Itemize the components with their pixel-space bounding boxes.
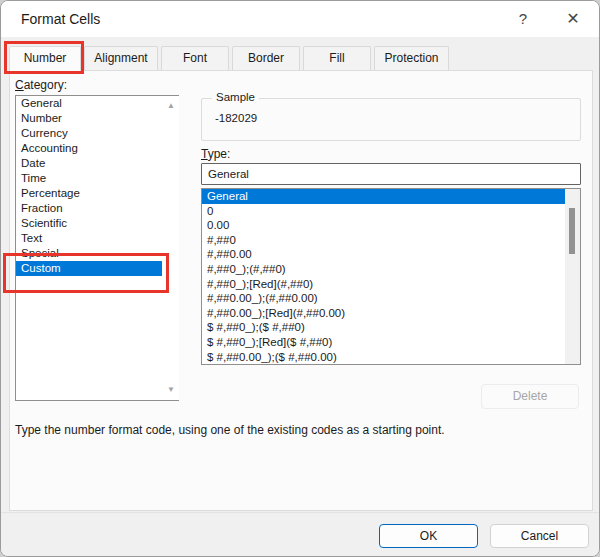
type-item[interactable]: #,##0_);[Red](#,##0) (202, 277, 580, 292)
delete-button[interactable]: Delete (481, 384, 579, 409)
close-icon[interactable]: ✕ (557, 1, 589, 37)
sample-group: Sample -182029 (201, 98, 581, 141)
type-item[interactable]: 0 (202, 204, 580, 219)
category-item[interactable]: Date (16, 156, 162, 171)
annotation-box-number-tab (4, 41, 84, 74)
type-item[interactable]: $ #,##0_);[Red]($ #,##0) (202, 335, 580, 350)
category-item[interactable]: Time (16, 171, 162, 186)
tab-border[interactable]: Border (232, 46, 300, 70)
type-item[interactable]: #,##0.00_);(#,##0.00) (202, 291, 580, 306)
title-bar: Format Cells ? ✕ (1, 1, 599, 37)
tab-fill[interactable]: Fill (303, 46, 371, 70)
footer: OK Cancel (1, 512, 599, 557)
category-item[interactable]: Percentage (16, 186, 162, 201)
category-label: Category: (15, 78, 67, 92)
category-item[interactable]: Number (16, 111, 162, 126)
scroll-down-icon[interactable]: ▼ (163, 382, 179, 398)
format-cells-dialog: Format Cells ? ✕ NumberAlignmentFontBord… (0, 0, 600, 557)
help-icon[interactable]: ? (507, 1, 539, 37)
type-item[interactable]: General (202, 189, 580, 204)
description-text: Type the number format code, using one o… (15, 422, 579, 438)
type-scrollbar[interactable] (565, 189, 580, 364)
annotation-box-custom-item (3, 253, 169, 293)
sample-label: Sample (212, 91, 259, 103)
type-item[interactable]: 0.00 (202, 218, 580, 233)
tab-font[interactable]: Font (161, 46, 229, 70)
type-scrollbar-thumb[interactable] (569, 208, 575, 254)
scroll-up-icon[interactable]: ▲ (163, 98, 179, 114)
category-item[interactable]: Text (16, 231, 162, 246)
sample-value: -182029 (215, 112, 257, 124)
type-item[interactable]: #,##0.00_);[Red](#,##0.00) (202, 306, 580, 321)
type-input[interactable] (201, 163, 581, 185)
tab-alignment[interactable]: Alignment (84, 46, 158, 70)
category-item[interactable]: General (16, 96, 162, 111)
type-label: Type: (201, 147, 230, 161)
category-item[interactable]: Scientific (16, 216, 162, 231)
type-item[interactable]: #,##0_);(#,##0) (202, 262, 580, 277)
category-listbox[interactable]: GeneralNumberCurrencyAccountingDateTimeP… (15, 95, 179, 401)
type-item[interactable]: #,##0.00 (202, 247, 580, 262)
type-listbox[interactable]: General00.00#,##0#,##0.00#,##0_);(#,##0)… (201, 188, 581, 365)
category-item[interactable]: Currency (16, 126, 162, 141)
ok-button[interactable]: OK (379, 524, 478, 548)
category-item[interactable]: Accounting (16, 141, 162, 156)
type-item[interactable]: #,##0 (202, 233, 580, 248)
type-item[interactable]: $ #,##0.00_);($ #,##0.00) (202, 350, 580, 365)
category-scrollbar[interactable]: ▲ ▼ (163, 96, 179, 400)
type-item[interactable]: $ #,##0_);($ #,##0) (202, 320, 580, 335)
category-item[interactable]: Fraction (16, 201, 162, 216)
dialog-title: Format Cells (21, 1, 100, 37)
tab-protection[interactable]: Protection (374, 46, 449, 70)
cancel-button[interactable]: Cancel (490, 524, 589, 548)
